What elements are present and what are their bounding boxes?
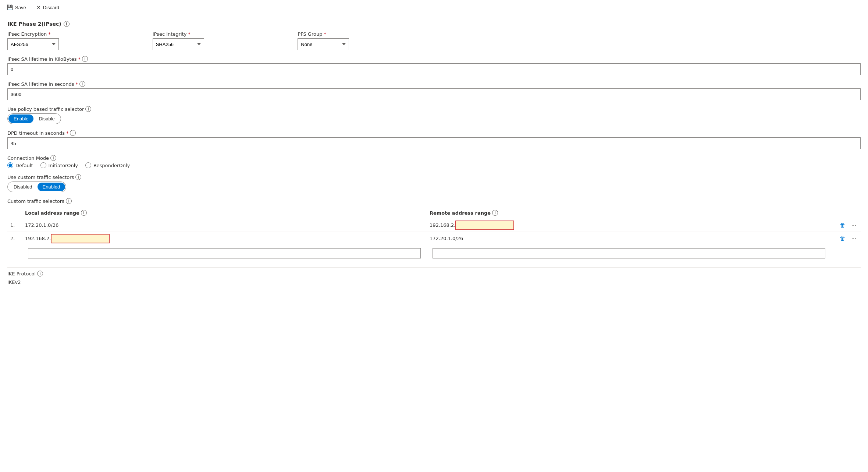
row-1-num: 1. [7, 222, 22, 228]
ipsec-sa-kilobytes-label: IPsec SA lifetime in KiloBytes * i [7, 56, 861, 62]
connection-mode-initiator[interactable]: InitiatorOnly [40, 162, 78, 168]
ike-protocol-value: IKEv2 [7, 278, 861, 286]
row-2-remote: 172.20.1.0/26 [427, 234, 831, 243]
row-2-more-button[interactable]: ··· [850, 235, 858, 243]
policy-traffic-selector-group: Use policy based traffic selector i Enab… [7, 106, 861, 124]
custom-traffic-selectors-toggle-label: Use custom traffic selectors i [7, 174, 861, 180]
table-row: 2. 192.168.2. 172.20.1.0/26 🗑 ··· [7, 232, 861, 245]
ipsec-integrity-label: IPsec Integrity * [153, 31, 292, 37]
ike-phase2-header: IKE Phase 2(IPsec) i [7, 21, 861, 27]
ipsec-sa-seconds-input[interactable] [7, 88, 861, 100]
ipsec-sa-seconds-group: IPsec SA lifetime in seconds * i [7, 81, 861, 100]
ipsec-integrity-required: * [188, 31, 191, 37]
row-2-delete-button[interactable]: 🗑 [838, 235, 847, 243]
ipsec-sa-kilobytes-group: IPsec SA lifetime in KiloBytes * i [7, 56, 861, 75]
row-2-actions: 🗑 ··· [831, 235, 861, 243]
policy-traffic-selector-toggle: Enable Disable [7, 113, 61, 124]
ipsec-encryption-required: * [48, 31, 51, 37]
remote-address-range-header: Remote address range i [427, 208, 831, 217]
custom-traffic-selectors-toggle: Disabled Enabled [7, 182, 66, 192]
connection-mode-responder-radio[interactable] [85, 162, 91, 168]
ike-phase2-title: IKE Phase 2(IPsec) [7, 21, 61, 27]
dpd-timeout-info-icon[interactable]: i [70, 130, 76, 136]
add-row [7, 245, 861, 261]
ipsec-encryption-label: IPsec Encryption * [7, 31, 147, 37]
ike-protocol-group: IKE Protocol i IKEv2 [7, 271, 861, 286]
dpd-timeout-label: DPD timeout in seconds * i [7, 130, 861, 136]
connection-mode-initiator-radio[interactable] [40, 162, 46, 168]
ipsec-sa-seconds-info-icon[interactable]: i [79, 81, 85, 87]
discard-button[interactable]: ✕ Discard [34, 3, 61, 12]
ipsec-sa-kilobytes-input[interactable] [7, 63, 861, 75]
new-local-input[interactable] [28, 248, 421, 258]
discard-icon: ✕ [36, 4, 41, 10]
custom-traffic-selectors-toggle-info-icon[interactable]: i [75, 174, 81, 180]
row-1-remote-input[interactable] [455, 221, 514, 230]
table-headers: Local address range i Remote address ran… [7, 208, 861, 217]
row-1-more-button[interactable]: ··· [850, 221, 858, 229]
remote-address-range-info-icon[interactable]: i [492, 210, 498, 216]
ipsec-integrity-group: IPsec Integrity * SHA256 SHA1 MD5 GCMAES… [153, 31, 292, 50]
connection-mode-label: Connection Mode i [7, 155, 861, 161]
custom-traffic-enabled-button[interactable]: Enabled [38, 183, 65, 191]
ike-protocol-info-icon[interactable]: i [37, 271, 43, 276]
connection-mode-radio-group: Default InitiatorOnly ResponderOnly [7, 162, 861, 168]
row-1-delete-button[interactable]: 🗑 [838, 221, 847, 229]
pfs-group-required: * [324, 31, 326, 37]
dpd-timeout-group: DPD timeout in seconds * i [7, 130, 861, 149]
pfs-group-group: PFS Group * None PFS1 PFS2 PFS14 ECP256 … [298, 31, 437, 50]
ipsec-encryption-select[interactable]: AES256 AES128 AES192 DES 3DES [7, 38, 59, 50]
row-2-num: 2. [7, 236, 22, 241]
connection-mode-responder[interactable]: ResponderOnly [85, 162, 130, 168]
ipsec-encryption-group: IPsec Encryption * AES256 AES128 AES192 … [7, 31, 147, 50]
policy-disable-button[interactable]: Disable [33, 115, 60, 123]
save-icon: 💾 [7, 4, 13, 10]
policy-traffic-selector-label: Use policy based traffic selector i [7, 106, 861, 112]
discard-label: Discard [43, 5, 59, 10]
connection-mode-default-radio[interactable] [7, 162, 13, 168]
custom-traffic-selectors-label: Custom traffic selectors i [7, 198, 861, 204]
pfs-group-label: PFS Group * [298, 31, 437, 37]
row-1-local: 172.20.1.0/26 [22, 221, 427, 229]
custom-traffic-selectors-toggle-group: Use custom traffic selectors i Disabled … [7, 174, 861, 192]
save-button[interactable]: 💾 Save [4, 3, 28, 12]
main-content: IKE Phase 2(IPsec) i IPsec Encryption * … [0, 15, 868, 298]
row-2-local-input[interactable] [51, 234, 110, 243]
custom-traffic-selectors-section: Custom traffic selectors i Local address… [7, 198, 861, 261]
pfs-group-select[interactable]: None PFS1 PFS2 PFS14 ECP256 ECP384 [298, 38, 349, 50]
ike-phase2-info-icon[interactable]: i [64, 21, 70, 27]
policy-enable-button[interactable]: Enable [8, 115, 33, 123]
custom-traffic-disabled-button[interactable]: Disabled [8, 183, 38, 191]
ipsec-sa-seconds-label: IPsec SA lifetime in seconds * i [7, 81, 861, 87]
local-address-range-header: Local address range i [22, 208, 427, 217]
row-1-remote: 192.168.2. [427, 219, 831, 232]
new-remote-input[interactable] [433, 248, 825, 258]
ipsec-dropdowns-row: IPsec Encryption * AES256 AES128 AES192 … [7, 31, 861, 50]
policy-traffic-selector-info-icon[interactable]: i [85, 106, 91, 112]
row-2-local: 192.168.2. [22, 232, 427, 245]
local-address-range-info-icon[interactable]: i [81, 210, 87, 216]
dpd-timeout-input[interactable] [7, 137, 861, 149]
save-label: Save [15, 5, 26, 10]
ike-protocol-label: IKE Protocol i [7, 271, 861, 276]
ipsec-sa-kilobytes-info-icon[interactable]: i [82, 56, 88, 62]
table-row: 1. 172.20.1.0/26 192.168.2. 🗑 ··· [7, 219, 861, 232]
toolbar: 💾 Save ✕ Discard [0, 0, 868, 15]
row-1-actions: 🗑 ··· [831, 221, 861, 229]
connection-mode-group: Connection Mode i Default InitiatorOnly … [7, 155, 861, 168]
connection-mode-default[interactable]: Default [7, 162, 33, 168]
ipsec-integrity-select[interactable]: SHA256 SHA1 MD5 GCMAES256 GCMAES128 [153, 38, 204, 50]
connection-mode-info-icon[interactable]: i [50, 155, 56, 161]
custom-traffic-selectors-info-icon[interactable]: i [66, 198, 72, 204]
